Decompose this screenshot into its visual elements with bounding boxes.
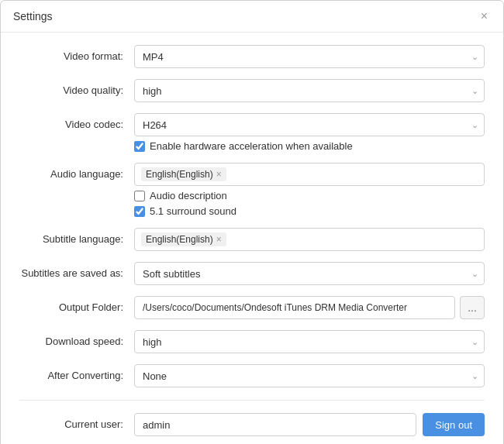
sign-out-button[interactable]: Sign out	[423, 413, 485, 436]
output-folder-label: Output Folder:	[19, 296, 134, 313]
current-user-input[interactable]	[134, 413, 416, 436]
video-codec-control: H264 H265 AV1 ⌄ Enable hardware accelera…	[134, 113, 485, 152]
video-codec-label: Video codec:	[19, 113, 134, 130]
video-format-control: MP4 MKV MOV AVI ⌄	[134, 45, 485, 68]
hw-acceleration-label[interactable]: Enable hardware acceleration when availa…	[150, 140, 353, 152]
title-bar: Settings ×	[1, 1, 503, 33]
surround-sound-checkbox[interactable]	[134, 206, 145, 217]
subtitles-saved-as-control: Soft subtitles Hard subtitles ⌄	[134, 262, 485, 285]
after-converting-select[interactable]: None Open folder Shut down	[134, 364, 485, 387]
section-divider	[19, 400, 485, 401]
current-user-control: Sign out	[134, 413, 485, 436]
output-folder-row: Output Folder: ...	[19, 296, 485, 319]
video-quality-select-wrap: high medium low ⌄	[134, 79, 485, 102]
download-speed-select[interactable]: high medium low	[134, 330, 485, 353]
video-codec-select-wrap: H264 H265 AV1 ⌄	[134, 113, 485, 136]
video-quality-select[interactable]: high medium low	[134, 79, 485, 102]
audio-language-tag-input[interactable]: English(English) ×	[134, 163, 485, 186]
video-codec-row: Video codec: H264 H265 AV1 ⌄ Enable hard…	[19, 113, 485, 152]
after-converting-label: After Converting:	[19, 364, 134, 381]
audio-description-row: Audio description	[134, 190, 485, 201]
video-format-select-wrap: MP4 MKV MOV AVI ⌄	[134, 45, 485, 68]
current-user-label: Current user:	[19, 413, 134, 430]
subtitle-language-row: Subtitle language: English(English) ×	[19, 228, 485, 251]
video-quality-control: high medium low ⌄	[134, 79, 485, 102]
browse-button[interactable]: ...	[460, 296, 485, 319]
subtitle-language-label: Subtitle language:	[19, 228, 134, 245]
video-format-select[interactable]: MP4 MKV MOV AVI	[134, 45, 485, 68]
audio-language-control: English(English) × Audio description 5.1…	[134, 163, 485, 217]
subtitles-saved-as-label: Subtitles are saved as:	[19, 262, 134, 279]
window-title: Settings	[13, 10, 53, 22]
subtitles-saved-as-row: Subtitles are saved as: Soft subtitles H…	[19, 262, 485, 285]
close-button[interactable]: ×	[478, 9, 491, 24]
download-speed-label: Download speed:	[19, 330, 134, 347]
audio-description-checkbox[interactable]	[134, 191, 145, 201]
subtitle-language-tag-input[interactable]: English(English) ×	[134, 228, 485, 251]
download-speed-select-wrap: high medium low ⌄	[134, 330, 485, 353]
subtitles-saved-as-select-wrap: Soft subtitles Hard subtitles ⌄	[134, 262, 485, 285]
surround-sound-row: 5.1 surround sound	[134, 205, 485, 217]
after-converting-row: After Converting: None Open folder Shut …	[19, 364, 485, 387]
audio-description-label[interactable]: Audio description	[150, 190, 227, 201]
audio-language-label: Audio language:	[19, 163, 134, 180]
settings-window: Settings × Video format: MP4 MKV MOV AVI…	[0, 0, 504, 444]
video-quality-label: Video quality:	[19, 79, 134, 96]
subtitle-language-tag: English(English) ×	[141, 232, 226, 246]
audio-language-tag: English(English) ×	[141, 167, 226, 181]
after-converting-control: None Open folder Shut down ⌄	[134, 364, 485, 387]
settings-body: Video format: MP4 MKV MOV AVI ⌄ Video qu…	[1, 33, 503, 444]
video-codec-select[interactable]: H264 H265 AV1	[134, 113, 485, 136]
audio-language-row: Audio language: English(English) × Audio…	[19, 163, 485, 217]
video-format-label: Video format:	[19, 45, 134, 62]
output-folder-input[interactable]	[134, 296, 455, 319]
hw-acceleration-row: Enable hardware acceleration when availa…	[134, 140, 485, 152]
output-folder-control: ...	[134, 296, 485, 319]
output-folder-wrap: ...	[134, 296, 485, 319]
subtitles-saved-as-select[interactable]: Soft subtitles Hard subtitles	[134, 262, 485, 285]
video-format-row: Video format: MP4 MKV MOV AVI ⌄	[19, 45, 485, 68]
download-speed-control: high medium low ⌄	[134, 330, 485, 353]
surround-sound-label[interactable]: 5.1 surround sound	[150, 205, 236, 217]
subtitle-language-control: English(English) ×	[134, 228, 485, 251]
current-user-row: Current user: Sign out	[19, 413, 485, 436]
current-user-wrap: Sign out	[134, 413, 485, 436]
hw-acceleration-checkbox[interactable]	[134, 141, 145, 152]
video-quality-row: Video quality: high medium low ⌄	[19, 79, 485, 102]
subtitle-language-tag-close[interactable]: ×	[216, 235, 222, 244]
download-speed-row: Download speed: high medium low ⌄	[19, 330, 485, 353]
audio-language-tag-close[interactable]: ×	[216, 170, 222, 179]
after-converting-select-wrap: None Open folder Shut down ⌄	[134, 364, 485, 387]
